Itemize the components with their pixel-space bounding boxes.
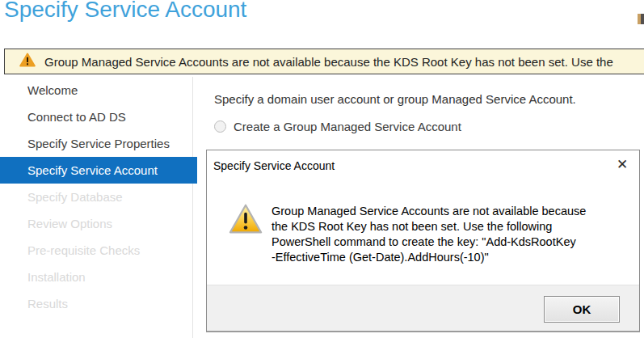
account-instruction-text: Specify a domain user account or group M… bbox=[214, 92, 576, 106]
ok-button[interactable]: OK bbox=[544, 296, 620, 323]
dialog-message-line: PowerShell command to create the key: "A… bbox=[271, 234, 586, 250]
banner-text: Group Managed Service Accounts are not a… bbox=[44, 55, 613, 69]
close-icon: ✕ bbox=[617, 156, 628, 173]
dialog-title: Specify Service Account bbox=[213, 159, 335, 172]
sidebar-item-specify-service-account[interactable]: Specify Service Account bbox=[0, 157, 197, 184]
sidebar-item-results: Results bbox=[0, 290, 197, 317]
close-button[interactable]: ✕ bbox=[613, 155, 631, 173]
sidebar-item-pre-requisite-checks: Pre-requisite Checks bbox=[0, 237, 197, 264]
create-gmsa-radio-label: Create a Group Managed Service Account bbox=[234, 120, 461, 133]
message-dialog: Specify Service Account ✕ Group Managed … bbox=[206, 150, 640, 332]
wizard-window: Specify Service Account Group Managed Se… bbox=[0, 0, 644, 338]
sidebar-item-specify-service-properties[interactable]: Specify Service Properties bbox=[0, 130, 197, 157]
sidebar-item-specify-database: Specify Database bbox=[0, 184, 197, 210]
dialog-warning-icon bbox=[228, 203, 263, 239]
dialog-message-line: Group Managed Service Accounts are not a… bbox=[271, 204, 586, 219]
page-title: Specify Service Account bbox=[4, 0, 246, 23]
sidebar-item-review-options: Review Options bbox=[0, 210, 197, 237]
dialog-footer: OK bbox=[207, 285, 639, 331]
dialog-message-line: -EffectiveTime (Get-Date).AddHours(-10)" bbox=[271, 250, 586, 265]
sidebar-item-welcome[interactable]: Welcome bbox=[0, 77, 197, 104]
warning-triangle-icon bbox=[19, 53, 36, 70]
dialog-message: Group Managed Service Accounts are not a… bbox=[271, 204, 586, 265]
create-gmsa-radio[interactable] bbox=[214, 120, 226, 133]
wizard-steps-sidebar: Welcome Connect to AD DS Specify Service… bbox=[0, 77, 197, 317]
cropped-icon-fragment bbox=[638, 14, 644, 24]
warning-banner: Group Managed Service Accounts are not a… bbox=[4, 49, 644, 74]
create-gmsa-radio-row: Create a Group Managed Service Account bbox=[214, 120, 461, 133]
dialog-message-line: the KDS Root Key has not been set. Use t… bbox=[271, 219, 586, 234]
sidebar-item-installation: Installation bbox=[0, 264, 197, 290]
sidebar-item-connect-to-ad-ds[interactable]: Connect to AD DS bbox=[0, 104, 197, 130]
